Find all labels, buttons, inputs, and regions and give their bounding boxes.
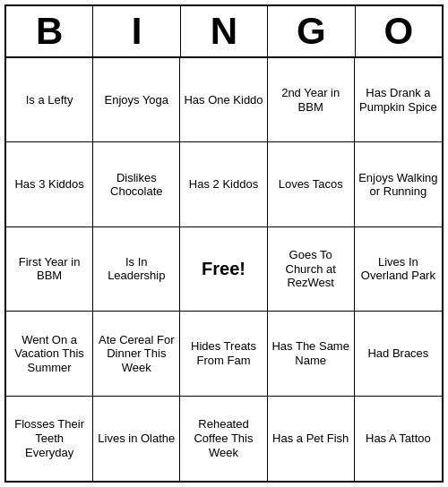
bingo-cell-15[interactable]: Went On a Vacation This Summer <box>6 312 93 396</box>
bingo-cell-5[interactable]: Has 3 Kiddos <box>6 142 93 226</box>
bingo-cell-8[interactable]: Loves Tacos <box>268 142 355 226</box>
bingo-cell-24[interactable]: Has A Tattoo <box>355 397 442 481</box>
bingo-grid: Is a LeftyEnjoys YogaHas One Kiddo2nd Ye… <box>6 58 442 481</box>
bingo-cell-9[interactable]: Enjoys Walking or Running <box>355 142 442 226</box>
bingo-cell-11[interactable]: Is In Leadership <box>93 227 180 312</box>
bingo-cell-19[interactable]: Had Braces <box>355 312 442 396</box>
bingo-letter-b: B <box>6 6 93 58</box>
bingo-cell-4[interactable]: Has Drank a Pumpkin Spice <box>355 58 442 142</box>
bingo-cell-7[interactable]: Has 2 Kiddos <box>180 142 267 226</box>
bingo-letter-g: G <box>268 6 355 58</box>
bingo-cell-10[interactable]: First Year in BBM <box>6 227 93 312</box>
bingo-cell-2[interactable]: Has One Kiddo <box>180 58 267 142</box>
bingo-cell-23[interactable]: Has a Pet Fish <box>268 397 355 481</box>
bingo-letter-n: N <box>181 6 268 58</box>
bingo-cell-6[interactable]: Dislikes Chocolate <box>93 142 180 226</box>
bingo-letter-i: I <box>93 6 180 58</box>
bingo-cell-14[interactable]: Lives In Overland Park <box>355 227 442 312</box>
bingo-cell-20[interactable]: Flosses Their Teeth Everyday <box>6 397 93 481</box>
bingo-letter-o: O <box>356 6 442 58</box>
bingo-cell-18[interactable]: Has The Same Name <box>268 312 355 396</box>
bingo-cell-3[interactable]: 2nd Year in BBM <box>268 58 355 142</box>
bingo-cell-12[interactable]: Free! <box>180 227 267 312</box>
bingo-header: BINGO <box>6 6 442 58</box>
bingo-cell-1[interactable]: Enjoys Yoga <box>93 58 180 142</box>
bingo-cell-21[interactable]: Lives in Olathe <box>93 397 180 481</box>
bingo-cell-22[interactable]: Reheated Coffee This Week <box>180 397 267 481</box>
bingo-cell-16[interactable]: Ate Cereal For Dinner This Week <box>93 312 180 396</box>
bingo-card: BINGO Is a LeftyEnjoys YogaHas One Kiddo… <box>4 4 444 483</box>
bingo-cell-0[interactable]: Is a Lefty <box>6 58 93 142</box>
bingo-cell-13[interactable]: Goes To Church at RezWest <box>268 227 355 312</box>
bingo-cell-17[interactable]: Hides Treats From Fam <box>180 312 267 396</box>
